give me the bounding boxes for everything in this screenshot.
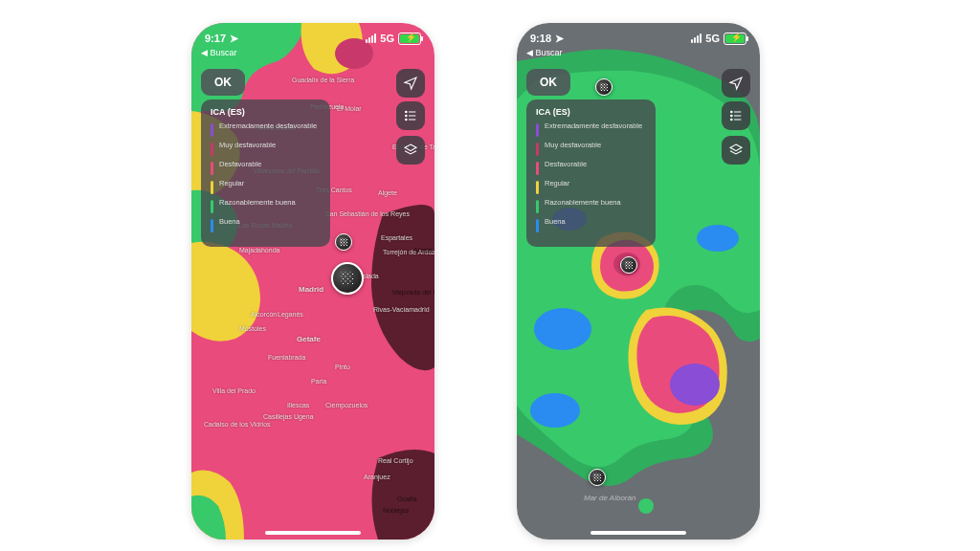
- place-label: Majadahonda: [239, 247, 279, 253]
- legend-label: Regular: [545, 180, 569, 188]
- place-label: Leganés: [278, 311, 303, 318]
- location-arrow-icon: ➤: [555, 33, 564, 45]
- place-label: Casillejas Ugena: [263, 413, 314, 420]
- legend-swatch: [536, 219, 539, 232]
- svg-point-18: [731, 119, 733, 121]
- map-sensor-marker[interactable]: [335, 233, 352, 251]
- svg-point-10: [530, 393, 580, 428]
- svg-point-17: [731, 115, 733, 117]
- legend-swatch: [211, 143, 213, 156]
- place-label: Algete: [378, 189, 397, 196]
- place-label: Móstoles: [239, 325, 266, 332]
- place-label: Illescas: [287, 402, 309, 408]
- legend-row: Extremadamente desfavorable: [211, 122, 321, 137]
- legend-swatch: [536, 200, 539, 213]
- network-label: 5G: [380, 33, 394, 44]
- legend-title: ICA (ES): [536, 107, 646, 117]
- place-label: Getafe: [297, 335, 321, 343]
- legend-panel: ICA (ES) Extremadamente desfavorableMuy …: [526, 99, 656, 247]
- legend-row: Muy desfavorable: [211, 142, 321, 156]
- place-label: Villa del Prado: [212, 387, 256, 394]
- sea-label: Mar de Alborán: [584, 494, 635, 502]
- legend-swatch: [536, 162, 539, 175]
- legend-label: Extremadamente desfavorable: [545, 122, 642, 131]
- battery-icon: ⚡: [398, 33, 421, 45]
- back-to-app[interactable]: ◀ Buscar: [526, 48, 563, 57]
- place-label: Fuenlabrada: [268, 354, 305, 361]
- place-label: Aranjuez: [364, 474, 390, 480]
- ok-button[interactable]: OK: [201, 69, 245, 96]
- legend-swatch: [211, 162, 213, 175]
- legend-label: Buena: [219, 218, 240, 227]
- svg-point-14: [670, 364, 720, 406]
- legend-row: Desfavorable: [211, 161, 321, 175]
- place-label: Espartales: [381, 234, 412, 241]
- legend-row: Desfavorable: [536, 161, 646, 175]
- ok-button[interactable]: OK: [526, 69, 570, 96]
- place-label: Ciempozuelos: [325, 402, 368, 408]
- locate-button[interactable]: [722, 69, 750, 98]
- back-to-app[interactable]: ◀ Buscar: [201, 48, 237, 57]
- status-time: 9:17: [205, 33, 226, 44]
- battery-icon: ⚡: [724, 33, 746, 45]
- legend-label: Desfavorable: [545, 161, 587, 169]
- legend-row: Extremadamente desfavorable: [536, 122, 646, 137]
- legend-row: Razonablemente buena: [211, 199, 321, 213]
- place-label: Parla: [311, 378, 326, 385]
- svg-point-3: [406, 115, 408, 117]
- legend-panel: ICA (ES) Extremadamente desfavorableMuy …: [201, 99, 330, 247]
- status-bar: 9:18➤ 5G ⚡: [517, 29, 760, 48]
- place-label: Ocaña: [397, 496, 417, 502]
- map-sensor-marker[interactable]: [589, 469, 606, 486]
- legend-label: Extremadamente desfavorable: [219, 122, 317, 131]
- legend-items: Extremadamente desfavorableMuy desfavora…: [211, 122, 321, 232]
- legend-items: Extremadamente desfavorableMuy desfavora…: [536, 122, 646, 232]
- legend-label: Razonablemente buena: [219, 199, 296, 208]
- svg-point-9: [534, 308, 591, 350]
- list-button[interactable]: [722, 101, 750, 130]
- phone-screenshot-right: 9:18➤ 5G ⚡ ◀ Buscar OK ICA (ES) Extremad…: [517, 23, 760, 540]
- place-label: Guadalix de la Sierra: [292, 77, 354, 83]
- legend-swatch: [536, 143, 539, 156]
- place-label: Rivas-Vacíamadrid: [373, 306, 430, 313]
- status-time: 9:18: [530, 33, 551, 44]
- legend-row: Muy desfavorable: [536, 142, 646, 156]
- status-bar: 9:17➤ 5G ⚡: [191, 29, 434, 48]
- place-label: Madrid: [299, 285, 323, 294]
- legend-label: Desfavorable: [219, 161, 261, 169]
- legend-row: Buena: [211, 218, 321, 232]
- legend-swatch: [536, 181, 539, 194]
- legend-label: Razonablemente buena: [545, 199, 621, 208]
- layers-button[interactable]: [722, 136, 750, 165]
- svg-point-2: [406, 111, 408, 113]
- signal-icon: [366, 33, 376, 43]
- svg-point-4: [406, 119, 408, 121]
- home-indicator[interactable]: [590, 531, 686, 535]
- map-sensor-marker[interactable]: [595, 78, 612, 96]
- legend-label: Regular: [219, 180, 244, 188]
- place-label: Pinto: [335, 364, 350, 370]
- place-label: Alcorcón: [251, 311, 277, 318]
- user-location-marker[interactable]: [620, 256, 637, 274]
- legend-label: Muy desfavorable: [219, 142, 276, 150]
- place-label: San Sebastián de los Reyes: [325, 210, 410, 217]
- list-button[interactable]: [396, 101, 425, 130]
- legend-label: Muy desfavorable: [545, 142, 601, 150]
- home-indicator[interactable]: [265, 531, 361, 535]
- phone-screenshot-left: 9:17➤ 5G ⚡ ◀ Buscar OK ICA (ES) Extremad…: [191, 23, 434, 540]
- user-location-marker[interactable]: [331, 262, 364, 295]
- place-label: Real Cortijo: [378, 457, 413, 464]
- legend-swatch: [211, 123, 213, 137]
- network-label: 5G: [705, 33, 720, 44]
- place-label: Mejorada del Campo: [392, 289, 434, 296]
- legend-row: Regular: [536, 180, 646, 194]
- signal-icon: [691, 33, 702, 43]
- locate-button[interactable]: [396, 69, 425, 98]
- place-label: Cadalso de los Vidrios: [204, 421, 271, 428]
- legend-swatch: [211, 200, 213, 213]
- svg-point-11: [697, 225, 739, 252]
- layers-button[interactable]: [396, 136, 425, 165]
- legend-row: Buena: [536, 218, 646, 232]
- place-label: Alcalá de Henares: [413, 247, 434, 253]
- svg-point-15: [638, 498, 654, 514]
